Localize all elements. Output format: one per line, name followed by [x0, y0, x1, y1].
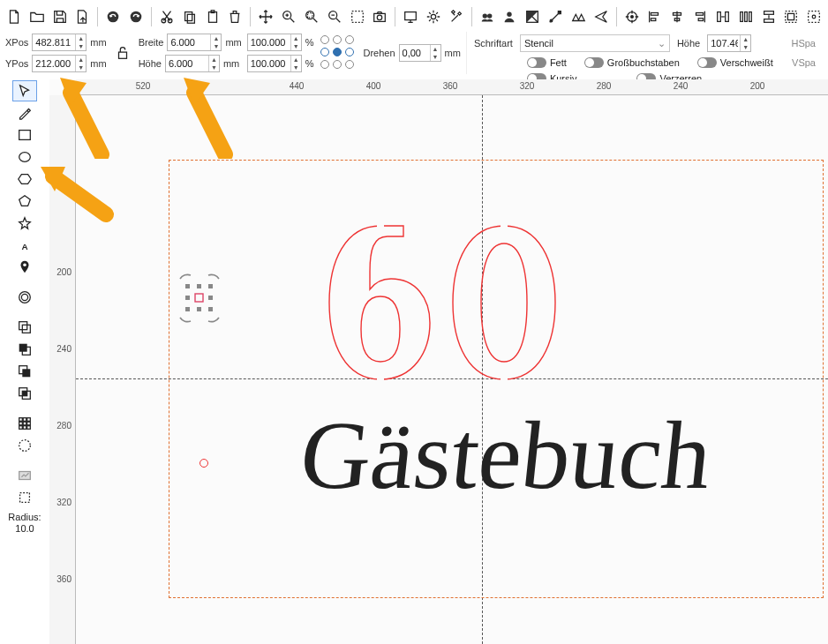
hspa-label: HSpa [791, 38, 816, 49]
crop-tool[interactable] [12, 487, 37, 508]
scale-y-input[interactable]: ▲▼ [247, 55, 302, 72]
svg-rect-10 [307, 13, 312, 18]
svg-point-14 [378, 15, 382, 19]
svg-rect-4 [184, 12, 192, 21]
pointer-tool[interactable] [12, 80, 37, 101]
camera-button[interactable] [369, 6, 390, 27]
text-tool[interactable]: A [12, 235, 37, 256]
send-button[interactable] [591, 6, 612, 27]
unit-mm: mm [90, 37, 106, 48]
svg-rect-73 [185, 296, 190, 300]
svg-point-24 [630, 16, 633, 19]
breite-input[interactable]: ▲▼ [167, 34, 222, 51]
dist-m-button[interactable] [735, 6, 756, 27]
move-button[interactable] [255, 6, 276, 27]
align-right-button[interactable] [689, 6, 711, 27]
svg-rect-65 [23, 426, 26, 430]
font-hoehe-label: Höhe [677, 38, 700, 49]
fett-toggle[interactable]: Fett [527, 57, 567, 68]
svg-rect-63 [27, 422, 31, 425]
dotted-tool[interactable] [12, 435, 37, 456]
font-hoehe-input[interactable]: ▲▼ [707, 34, 751, 52]
svg-rect-35 [749, 12, 751, 22]
svg-rect-58 [19, 418, 23, 422]
hoehe-input[interactable]: ▲▼ [165, 55, 220, 72]
anchor-selector[interactable] [320, 35, 356, 71]
main-toolbar [0, 4, 828, 30]
invert-button[interactable] [522, 6, 543, 27]
zoom-out-button[interactable] [324, 6, 345, 27]
ring-tool[interactable] [12, 287, 37, 308]
xpos-input[interactable]: ▲▼ [32, 34, 87, 51]
measure-button[interactable] [545, 6, 566, 27]
group-button[interactable] [477, 6, 498, 27]
svg-rect-77 [208, 307, 213, 311]
svg-point-1 [131, 11, 142, 23]
marquee-button[interactable] [347, 6, 368, 27]
text-shape-60[interactable] [319, 219, 566, 386]
paste-button[interactable] [202, 6, 223, 27]
layers2-tool[interactable] [12, 339, 37, 360]
align-triangles-button[interactable] [568, 6, 589, 27]
svg-point-17 [482, 13, 486, 18]
drehen-input[interactable]: ▲▼ [399, 44, 441, 62]
verschw-toggle[interactable]: Verschweißt [697, 57, 773, 68]
scale-x-input[interactable]: ▲▼ [247, 34, 302, 51]
viewport[interactable]: Gästebuch [76, 95, 828, 644]
star-tool[interactable] [12, 213, 37, 234]
gross-toggle[interactable]: Großbuchstaben [584, 57, 680, 68]
tools-button[interactable] [446, 6, 467, 27]
delete-button[interactable] [224, 6, 245, 27]
svg-rect-38 [786, 11, 797, 23]
hexagon-tool[interactable] [12, 168, 37, 190]
svg-rect-39 [788, 13, 794, 19]
layers4-tool[interactable] [12, 383, 37, 404]
zoom-region-button[interactable] [301, 6, 322, 27]
user-button[interactable] [500, 6, 521, 27]
apply-tool[interactable] [12, 465, 37, 486]
ruler-horizontal[interactable]: 520 440 400 360 320 280 240 200 [76, 79, 828, 95]
layers1-tool[interactable] [12, 317, 37, 338]
monitor-button[interactable] [400, 6, 421, 27]
text-shape-script[interactable]: Gästebuch [295, 400, 717, 512]
cut-button[interactable] [156, 6, 177, 27]
svg-rect-71 [197, 284, 201, 288]
rect-tool[interactable] [12, 124, 37, 146]
svg-rect-15 [405, 12, 417, 20]
svg-point-16 [431, 14, 435, 19]
dist-h-button[interactable] [712, 6, 734, 27]
polygon-tool[interactable] [12, 191, 37, 212]
svg-rect-57 [22, 391, 26, 395]
redo-button[interactable] [125, 6, 147, 27]
align-left-button[interactable] [644, 6, 666, 27]
ruler-vertical[interactable]: 200 240 280 320 360 [49, 95, 76, 644]
open-folder-button[interactable] [26, 6, 48, 27]
font-family-select[interactable]: Stencil⌄ [520, 34, 670, 52]
selection-handles[interactable] [173, 272, 226, 325]
settings-button[interactable] [423, 6, 444, 27]
zoom-in-button[interactable] [278, 6, 299, 27]
small-circle-shape[interactable] [199, 459, 208, 468]
ellipse-tool[interactable] [12, 146, 37, 168]
schriftart-label: Schriftart [474, 38, 513, 49]
copy-button[interactable] [179, 6, 200, 27]
dist-v-button[interactable] [758, 6, 779, 27]
align-center-button[interactable] [666, 6, 688, 27]
pencil-tool[interactable] [12, 102, 37, 124]
svg-rect-54 [22, 369, 30, 377]
ypos-input[interactable]: ▲▼ [32, 55, 87, 72]
lock-aspect-button[interactable] [112, 32, 133, 74]
undo-button[interactable] [102, 6, 124, 27]
new-file-button[interactable] [4, 6, 25, 27]
marquee2-button[interactable] [781, 6, 802, 27]
snap-button[interactable] [803, 6, 824, 27]
svg-rect-64 [19, 426, 23, 430]
layers3-tool[interactable] [12, 361, 37, 382]
svg-rect-32 [726, 12, 729, 22]
ypos-label: YPos [5, 58, 28, 69]
pin-tool[interactable] [12, 257, 37, 278]
save-button[interactable] [49, 6, 71, 27]
target-button[interactable] [621, 6, 643, 27]
export-button[interactable] [72, 6, 93, 27]
grid-tool[interactable] [12, 413, 37, 434]
